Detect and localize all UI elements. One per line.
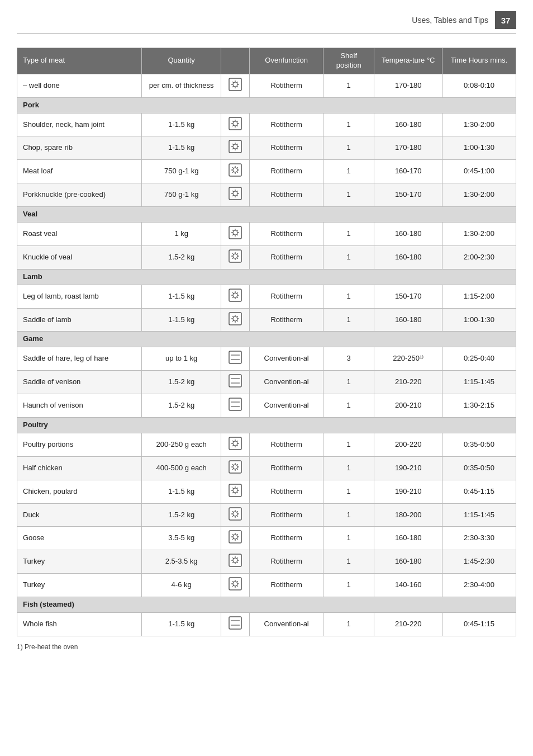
cell-time: 0:45-1:15 (442, 613, 516, 636)
cell-time: 1:00-1:30 (442, 308, 516, 332)
category-row: Poultry (17, 418, 516, 433)
table-row: Saddle of hare, leg of hareup to 1 kg Co… (17, 347, 516, 371)
cell-temp: 190-210 (374, 480, 442, 503)
table-row: Half chicken400-500 g each Rotitherm1190… (17, 456, 516, 480)
cell-time: 0:08-0:10 (442, 74, 516, 97)
cell-shelf: 1 (323, 456, 374, 480)
cell-oven: Convention-al (250, 371, 323, 394)
table-row: Saddle of venison1.5-2 kg Convention-al1… (17, 371, 516, 394)
cell-time: 1:30-2:00 (442, 183, 516, 207)
cell-meat: Roast veal (17, 223, 142, 246)
cell-icon (221, 371, 250, 394)
cell-icon (221, 74, 250, 97)
table-row: Poultry portions200-250 g each Rotitherm… (17, 433, 516, 456)
cell-temp: 170-180 (374, 74, 442, 97)
cell-icon (221, 503, 250, 527)
cell-meat: Haunch of venison (17, 394, 142, 418)
svg-rect-93 (229, 375, 241, 387)
cell-shelf: 1 (323, 480, 374, 503)
cell-temp: 210-220 (374, 613, 442, 636)
cell-temp: 150-170 (374, 285, 442, 308)
cell-shelf: 1 (323, 223, 374, 246)
cell-shelf: 3 (323, 347, 374, 371)
cell-qty: 3.5-5 kg (142, 527, 221, 550)
cell-oven: Rotitherm (250, 433, 323, 456)
col-header-temp: Tempera-ture °C (374, 48, 442, 74)
cell-shelf: 1 (323, 160, 374, 183)
col-header-icon (221, 48, 250, 74)
cell-time: 1:30-2:00 (442, 113, 516, 136)
cell-icon (221, 136, 250, 160)
cell-shelf: 1 (323, 574, 374, 597)
cell-oven: Rotitherm (250, 285, 323, 308)
cell-icon (221, 183, 250, 207)
cell-oven: Convention-al (250, 394, 323, 418)
cell-meat: Saddle of lamb (17, 308, 142, 332)
cell-oven: Rotitherm (250, 223, 323, 246)
conventional-icon (229, 381, 242, 389)
svg-rect-129 (229, 508, 241, 520)
rotitherm-icon (229, 233, 242, 241)
conventional-icon (229, 357, 242, 366)
cell-time: 2:30-3:30 (442, 527, 516, 550)
cell-qty: 1-1.5 kg (142, 113, 221, 136)
svg-rect-169 (229, 617, 241, 629)
page-header: Uses, Tables and Tips 37 (17, 11, 516, 34)
cell-meat: Porkknuckle (pre-cooked) (17, 183, 142, 207)
cell-shelf: 1 (323, 433, 374, 456)
cell-icon (221, 113, 250, 136)
svg-rect-60 (229, 250, 241, 262)
svg-rect-70 (229, 289, 241, 301)
table-row: Chicken, poulard1-1.5 kg Rotitherm1190-2… (17, 480, 516, 503)
cell-time: 2:00-2:30 (442, 245, 516, 269)
cell-shelf: 1 (323, 371, 374, 394)
cell-icon (221, 550, 250, 574)
svg-rect-96 (229, 398, 241, 410)
svg-rect-159 (229, 578, 241, 590)
cell-meat: Duck (17, 503, 142, 527)
svg-rect-40 (229, 187, 241, 200)
svg-rect-90 (229, 351, 241, 363)
svg-rect-109 (229, 461, 241, 473)
cell-shelf: 1 (323, 113, 374, 136)
cell-meat: Shoulder, neck, ham joint (17, 113, 142, 136)
table-row: Whole fish1-1.5 kg Convention-al1210-220… (17, 613, 516, 636)
cell-meat: Turkey (17, 574, 142, 597)
cell-qty: 400-500 g each (142, 456, 221, 480)
cell-temp: 190-210 (374, 456, 442, 480)
table-row: Knuckle of veal1.5-2 kg Rotitherm1160-18… (17, 245, 516, 269)
rotitherm-icon (229, 147, 242, 155)
rotitherm-icon (229, 256, 242, 264)
cell-shelf: 1 (323, 613, 374, 636)
cell-icon (221, 613, 250, 636)
col-header-shelf: Shelf position (323, 48, 374, 74)
cell-oven: Convention-al (250, 613, 323, 636)
cell-temp: 160-180 (374, 113, 442, 136)
cell-time: 2:30-4:00 (442, 574, 516, 597)
cell-meat: Goose (17, 527, 142, 550)
rotitherm-icon (229, 467, 242, 475)
cell-icon (221, 394, 250, 418)
cell-oven: Rotitherm (250, 113, 323, 136)
cell-icon (221, 456, 250, 480)
cell-icon (221, 527, 250, 550)
cell-meat: Leg of lamb, roast lamb (17, 285, 142, 308)
cell-time: 1:45-2:30 (442, 550, 516, 574)
cell-meat: Chicken, poulard (17, 480, 142, 503)
rotitherm-icon (229, 170, 242, 178)
cell-meat: Saddle of hare, leg of hare (17, 347, 142, 371)
table-row: Turkey2.5-3.5 kg Rotitherm1160-1801:45-2… (17, 550, 516, 574)
cell-temp: 170-180 (374, 136, 442, 160)
col-header-oven: Ovenfunction (250, 48, 323, 74)
cell-meat: – well done (17, 74, 142, 97)
cell-meat: Meat loaf (17, 160, 142, 183)
cell-oven: Rotitherm (250, 183, 323, 207)
table-row: Turkey4-6 kg Rotitherm1140-1602:30-4:00 (17, 574, 516, 597)
cell-qty: 1.5-2 kg (142, 394, 221, 418)
cell-qty: 200-250 g each (142, 433, 221, 456)
cell-time: 0:35-0:50 (442, 456, 516, 480)
svg-rect-80 (229, 313, 241, 325)
cell-qty: 1-1.5 kg (142, 480, 221, 503)
rotitherm-icon (229, 514, 242, 522)
svg-rect-10 (229, 117, 241, 130)
